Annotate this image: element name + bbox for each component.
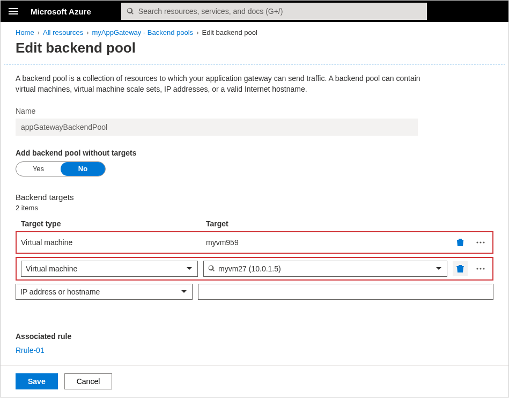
delete-icon[interactable] — [453, 235, 468, 250]
backend-targets-heading: Backend targets — [16, 193, 493, 202]
breadcrumb-link[interactable]: myAppGateway - Backend pools — [92, 28, 194, 36]
more-icon[interactable] — [473, 261, 488, 276]
more-icon[interactable] — [473, 235, 488, 250]
breadcrumb: Home › All resources › myAppGateway - Ba… — [1, 22, 508, 39]
row3-target-input[interactable] — [198, 284, 493, 300]
search-placeholder: Search resources, services, and docs (G+… — [138, 7, 283, 16]
row1-type: Virtual machine — [21, 238, 201, 247]
chevron-right-icon: › — [38, 28, 40, 36]
row2-type-select[interactable]: Virtual machine — [21, 261, 198, 277]
svg-point-3 — [476, 241, 478, 243]
col-target-type: Target type — [21, 219, 206, 228]
toggle-yes[interactable]: Yes — [16, 162, 61, 176]
toggle-no[interactable]: No — [61, 162, 105, 176]
chevron-right-icon: › — [86, 28, 88, 36]
search-input[interactable]: Search resources, services, and docs (G+… — [121, 3, 427, 20]
brand: Microsoft Azure — [31, 7, 113, 16]
svg-rect-1 — [9, 11, 18, 12]
footer: Save Cancel — [1, 365, 508, 397]
target-row-2: Virtual machine myvm27 (10.0.1.5) — [16, 257, 493, 281]
target-row-1: Virtual machine myvm959 — [16, 231, 493, 254]
without-targets-label: Add backend pool without targets — [16, 149, 493, 157]
row2-target-value: myvm27 (10.0.1.5) — [218, 264, 435, 273]
page-title: Edit backend pool — [1, 39, 508, 64]
cancel-button[interactable]: Cancel — [64, 373, 113, 389]
svg-point-5 — [483, 241, 484, 243]
description: A backend pool is a collection of resour… — [16, 73, 423, 95]
breadcrumb-link[interactable]: Home — [16, 28, 34, 36]
without-targets-toggle[interactable]: Yes No — [16, 161, 106, 176]
svg-point-8 — [483, 268, 484, 269]
row2-type-value: Virtual machine — [26, 264, 186, 273]
targets-header: Target type Target — [16, 219, 493, 228]
name-field — [16, 119, 418, 136]
top-bar: Microsoft Azure Search resources, servic… — [1, 1, 508, 22]
save-button[interactable]: Save — [16, 373, 58, 389]
svg-rect-2 — [9, 13, 18, 14]
target-row-3: IP address or hostname — [16, 284, 493, 300]
svg-point-7 — [480, 268, 481, 269]
chevron-right-icon: › — [196, 28, 198, 36]
content: A backend pool is a collection of resour… — [1, 64, 508, 365]
items-count: 2 items — [16, 204, 493, 212]
svg-rect-0 — [9, 8, 18, 9]
name-label: Name — [16, 107, 493, 115]
delete-icon[interactable] — [453, 261, 468, 276]
menu-icon[interactable] — [5, 3, 22, 20]
row3-type-value: IP address or hostname — [20, 288, 180, 296]
associated-rule-heading: Associated rule — [16, 332, 493, 341]
col-target: Target — [206, 219, 488, 228]
svg-point-4 — [480, 241, 481, 243]
row1-target: myvm959 — [206, 238, 447, 247]
associated-rule-link[interactable]: Rrule-01 — [16, 346, 493, 355]
row3-type-select[interactable]: IP address or hostname — [16, 284, 193, 300]
svg-point-6 — [476, 268, 478, 269]
breadcrumb-link[interactable]: All resources — [43, 28, 83, 36]
breadcrumb-current: Edit backend pool — [202, 28, 257, 36]
row2-target-select[interactable]: myvm27 (10.0.1.5) — [203, 261, 447, 277]
